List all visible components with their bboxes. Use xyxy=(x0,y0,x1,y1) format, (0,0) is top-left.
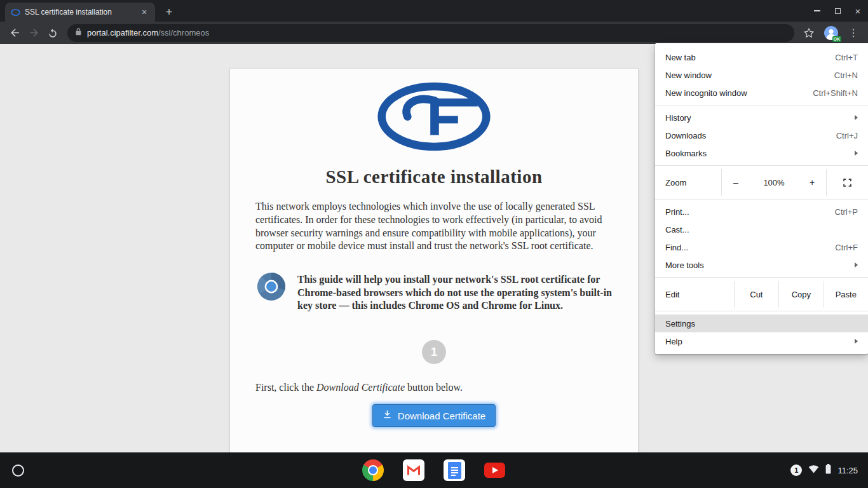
zoom-in-button[interactable]: + xyxy=(802,169,822,196)
step-1-badge: 1 xyxy=(422,340,446,364)
content-card: SSL certificate installation This networ… xyxy=(229,68,639,452)
zoom-level: 100% xyxy=(763,178,784,187)
menu-item-print[interactable]: Print... Ctrl+P xyxy=(655,203,868,220)
menu-shortcut: Ctrl+J xyxy=(836,131,858,140)
menu-item-settings[interactable]: Settings xyxy=(655,315,868,332)
download-button-label: Download Certificate xyxy=(398,410,485,421)
submenu-arrow-icon xyxy=(855,262,858,268)
menu-label: More tools xyxy=(665,261,704,270)
menu-label: New window xyxy=(665,71,712,80)
chrome-browser-icon xyxy=(255,271,287,305)
notification-count-badge: 1 xyxy=(790,464,802,476)
edit-label: Edit xyxy=(655,281,734,308)
menu-label: Help xyxy=(665,337,682,346)
profile-avatar[interactable]: OK xyxy=(824,26,838,40)
battery-icon xyxy=(825,464,831,477)
menu-label: Print... xyxy=(665,207,689,217)
secure-lock-icon[interactable] xyxy=(75,27,82,39)
screen: SSL certificate installation × + × porta… xyxy=(0,0,868,488)
browser-menu-icon[interactable]: ⋮ xyxy=(844,24,863,43)
menu-item-cast[interactable]: Cast... xyxy=(655,220,868,238)
tab-strip: SSL certificate installation × + × xyxy=(0,0,868,22)
step-1-instruction: First, click the Download Certificate bu… xyxy=(255,382,613,393)
url-host: portal.cipafilter.com xyxy=(87,28,158,37)
menu-item-history[interactable]: History xyxy=(655,109,868,126)
tab-title: SSL certificate installation xyxy=(25,8,139,17)
menu-separator xyxy=(655,165,868,166)
chrome-app-icon[interactable] xyxy=(362,459,384,481)
site-favicon-icon xyxy=(10,7,20,17)
tab-close-icon[interactable]: × xyxy=(139,6,150,18)
fullscreen-icon[interactable] xyxy=(826,169,868,196)
browser-toolbar: portal.cipafilter.com/ssl/chromeos OK ⋮ xyxy=(0,22,868,44)
submenu-arrow-icon xyxy=(855,339,858,344)
download-icon xyxy=(383,410,392,421)
menu-shortcut: Ctrl+P xyxy=(835,207,858,217)
menu-label: Find... xyxy=(665,243,688,252)
menu-separator xyxy=(655,277,868,278)
zoom-out-button[interactable]: – xyxy=(726,169,746,196)
window-restore-icon[interactable] xyxy=(827,0,848,22)
window-controls: × xyxy=(807,0,868,22)
menu-shortcut: Ctrl+F xyxy=(835,243,858,252)
address-bar[interactable]: portal.cipafilter.com/ssl/chromeos xyxy=(67,24,794,42)
menu-separator xyxy=(655,105,868,105)
menu-label: Settings xyxy=(665,319,695,329)
clock: 11:25 xyxy=(837,466,858,475)
menu-label: History xyxy=(665,113,691,123)
menu-item-help[interactable]: Help xyxy=(655,332,868,350)
menu-item-find[interactable]: Find... Ctrl+F xyxy=(655,238,868,256)
menu-item-downloads[interactable]: Downloads Ctrl+J xyxy=(655,126,868,144)
cipafilter-logo xyxy=(255,81,613,152)
chrome-guide-row: This guide will help you install your ne… xyxy=(255,271,613,312)
menu-label: New tab xyxy=(665,53,696,62)
browser-menu: New tab Ctrl+T New window Ctrl+N New inc… xyxy=(655,43,868,354)
docs-app-icon[interactable] xyxy=(444,459,465,481)
menu-item-new-incognito-window[interactable]: New incognito window Ctrl+Shift+N xyxy=(655,84,868,102)
shelf-apps xyxy=(0,452,868,488)
menu-item-more-tools[interactable]: More tools xyxy=(655,256,868,274)
status-tray[interactable]: 1 11:25 xyxy=(780,452,868,488)
menu-item-new-window[interactable]: New window Ctrl+N xyxy=(655,66,868,84)
reload-icon[interactable] xyxy=(43,24,62,43)
page-title: SSL certificate installation xyxy=(255,166,613,187)
menu-label: Downloads xyxy=(665,131,706,140)
menu-label: New incognito window xyxy=(665,88,747,98)
avatar-status-badge: OK xyxy=(832,36,842,42)
menu-shortcut: Ctrl+T xyxy=(835,53,858,62)
zoom-controls: – 100% + xyxy=(721,169,826,196)
window-close-icon[interactable]: × xyxy=(848,0,868,22)
menu-item-bookmarks[interactable]: Bookmarks xyxy=(655,144,868,162)
menu-separator xyxy=(655,199,868,200)
download-certificate-button[interactable]: Download Certificate xyxy=(372,404,496,427)
menu-shortcut: Ctrl+Shift+N xyxy=(813,88,858,98)
step-1-text-pre: First, click the xyxy=(255,382,316,393)
menu-separator xyxy=(655,311,868,311)
menu-label: Cast... xyxy=(665,225,689,234)
bookmark-star-icon[interactable] xyxy=(799,24,818,43)
zoom-label: Zoom xyxy=(655,169,721,196)
gmail-app-icon[interactable] xyxy=(403,459,424,481)
menu-item-new-tab[interactable]: New tab Ctrl+T xyxy=(655,48,868,66)
new-tab-button[interactable]: + xyxy=(160,3,178,21)
back-icon[interactable] xyxy=(5,24,24,43)
step-1-text-post: button below. xyxy=(405,382,463,393)
browser-tab[interactable]: SSL certificate installation × xyxy=(5,3,155,22)
youtube-app-icon[interactable] xyxy=(484,459,506,481)
intro-paragraph: This network employs technologies which … xyxy=(255,200,613,253)
menu-label: Bookmarks xyxy=(665,149,707,158)
url-text: portal.cipafilter.com/ssl/chromeos xyxy=(87,28,209,37)
shelf: 1 11:25 xyxy=(0,452,868,488)
edit-paste-button[interactable]: Paste xyxy=(824,281,868,308)
edit-copy-button[interactable]: Copy xyxy=(778,281,823,308)
download-button-row: Download Certificate xyxy=(255,404,613,427)
url-path: /ssl/chromeos xyxy=(158,28,209,37)
window-minimize-icon[interactable] xyxy=(807,0,827,22)
edit-cut-button[interactable]: Cut xyxy=(734,281,778,308)
guide-note: This guide will help you install your ne… xyxy=(297,271,613,312)
forward-icon[interactable] xyxy=(24,24,43,43)
menu-zoom-row: Zoom – 100% + xyxy=(655,169,868,196)
menu-shortcut: Ctrl+N xyxy=(834,71,858,80)
submenu-arrow-icon xyxy=(855,151,858,156)
step-1-text-em: Download Certificate xyxy=(316,382,405,393)
